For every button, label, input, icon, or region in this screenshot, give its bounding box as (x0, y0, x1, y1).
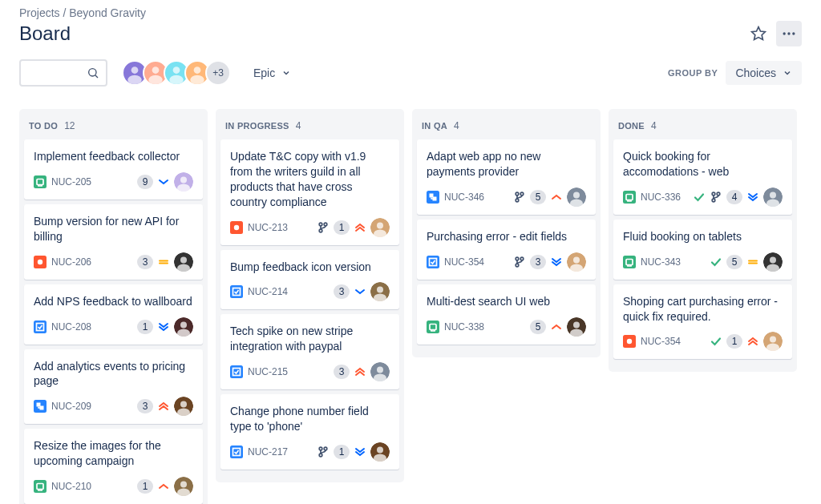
issue-type-subtask-icon (427, 191, 439, 204)
svg-point-66 (377, 447, 383, 454)
svg-point-17 (180, 176, 187, 183)
assignee-avatar[interactable] (174, 317, 193, 337)
issue-card[interactable]: Update T&C copy with v1.9 from the write… (220, 139, 399, 245)
branch-icon (710, 191, 722, 204)
more-button[interactable] (776, 21, 802, 46)
issue-card[interactable]: Implement feedback collector NUC-205 9 (24, 139, 203, 200)
assignee-avatar[interactable] (174, 397, 193, 416)
issue-key: NUC-214 (248, 286, 288, 297)
issue-type-bug-icon (230, 221, 243, 234)
issue-card[interactable]: Tech spike on new stripe integration wit… (220, 314, 399, 389)
column-title: TO DO (29, 121, 58, 131)
more-icon (781, 26, 797, 42)
assignee-avatar[interactable] (370, 282, 390, 301)
story-points-badge: 4 (726, 190, 742, 204)
issue-type-story-icon (427, 321, 439, 333)
priority-lowest-icon (157, 321, 170, 333)
group-by-select[interactable]: Choices (726, 61, 802, 85)
issue-card[interactable]: Quick booking for accomodations - web NU… (613, 139, 792, 215)
assignee-avatar[interactable] (174, 172, 193, 192)
svg-point-12 (194, 67, 201, 74)
priority-low-icon (354, 285, 366, 298)
card-title: Multi-dest search UI web (427, 294, 586, 309)
board-column: IN QA4 Adapt web app no new payments pro… (412, 109, 601, 357)
page-title: Board (19, 22, 71, 45)
assignee-avatar[interactable] (370, 218, 390, 237)
epic-label: Epic (253, 67, 275, 79)
issue-key: NUC-354 (641, 336, 681, 347)
card-title: Fluid booking on tablets (623, 229, 783, 244)
breadcrumb-projects-link[interactable]: Projects (19, 6, 60, 19)
assignee-avatar[interactable] (370, 362, 390, 381)
assignee-avatar[interactable] (567, 187, 586, 207)
breadcrumb: Projects / Beyond Gravity (19, 6, 802, 19)
issue-type-story-icon (34, 480, 47, 493)
card-title: Change phone number field type to 'phone… (230, 404, 390, 434)
issue-card[interactable]: Adapt web app no new payments provider N… (417, 139, 596, 215)
issue-card[interactable]: Purchasing error - edit fields NUC-354 3 (417, 220, 596, 280)
svg-point-11 (169, 75, 184, 85)
assignee-avatar[interactable] (567, 317, 586, 337)
assignee-avatar[interactable] (567, 252, 586, 272)
svg-point-4 (89, 69, 96, 76)
issue-card[interactable]: Shoping cart purchasing error - quick fi… (613, 284, 792, 360)
issue-key: NUC-338 (444, 321, 484, 333)
issue-card[interactable]: Multi-dest search UI web NUC-338 5 (417, 284, 596, 345)
svg-marker-0 (752, 27, 766, 40)
search-input[interactable] (19, 59, 107, 87)
assignee-avatar[interactable] (763, 252, 783, 272)
issue-card[interactable]: Change phone number field type to 'phone… (220, 394, 399, 470)
epic-filter-button[interactable]: Epic (245, 62, 299, 84)
issue-type-story-icon (623, 256, 636, 268)
board-column: DONE4 Quick booking for accomodations - … (609, 109, 797, 372)
priority-lowest-icon (746, 191, 759, 204)
assignee-avatar[interactable] (174, 477, 193, 496)
issue-card[interactable]: Fluid booking on tablets NUC-343 5 (613, 220, 792, 280)
svg-point-103 (770, 256, 776, 263)
assignee-avatar[interactable] (763, 187, 783, 207)
issue-card[interactable]: Add analytics events to pricing page NUC… (24, 349, 203, 425)
avatar[interactable]: +3 (205, 60, 231, 86)
column-title: IN PROGRESS (225, 121, 289, 131)
assignee-avatar[interactable] (174, 252, 193, 272)
priority-high-icon (157, 480, 170, 493)
svg-point-53 (377, 287, 383, 293)
search-icon (87, 67, 99, 79)
issue-type-task-icon (230, 446, 243, 458)
story-points-badge: 1 (726, 334, 742, 349)
card-title: Implement feedback collector (34, 149, 193, 164)
svg-point-108 (770, 337, 776, 343)
issue-card[interactable]: Bump version for new API for billing NUC… (24, 204, 203, 280)
priority-medium-icon (157, 256, 170, 268)
svg-line-5 (95, 75, 98, 78)
issue-type-bug-icon (623, 335, 636, 348)
svg-point-40 (180, 482, 187, 488)
star-button[interactable] (746, 21, 771, 46)
svg-point-46 (324, 223, 327, 226)
issue-card[interactable]: Resize the images for the upcoming campa… (24, 429, 203, 504)
svg-point-71 (516, 192, 519, 196)
assignee-avatar[interactable] (763, 332, 783, 351)
svg-point-24 (180, 256, 187, 263)
svg-point-83 (573, 256, 580, 263)
story-points-badge: 1 (334, 445, 350, 459)
issue-key: NUC-210 (51, 481, 91, 492)
issue-type-task-icon (230, 285, 243, 298)
story-points-badge: 3 (137, 399, 153, 413)
svg-point-48 (377, 222, 383, 228)
svg-rect-70 (433, 196, 437, 200)
priority-medium-icon (746, 256, 759, 268)
assignee-avatar[interactable] (370, 442, 390, 462)
issue-card[interactable]: Bump feedback icon version NUC-214 3 (220, 250, 399, 310)
avatar-stack[interactable]: +3 (122, 60, 231, 86)
svg-point-43 (234, 224, 239, 229)
done-check-icon (710, 256, 722, 268)
board: TO DO12 Implement feedback collector NUC… (19, 109, 802, 504)
branch-icon (513, 191, 526, 204)
issue-card[interactable]: Add NPS feedback to wallboard NUC-208 1 (24, 284, 203, 345)
issue-type-task-icon (230, 365, 243, 378)
svg-point-62 (319, 447, 322, 450)
svg-point-45 (319, 229, 322, 232)
branch-icon (317, 446, 330, 458)
svg-point-13 (190, 75, 204, 85)
